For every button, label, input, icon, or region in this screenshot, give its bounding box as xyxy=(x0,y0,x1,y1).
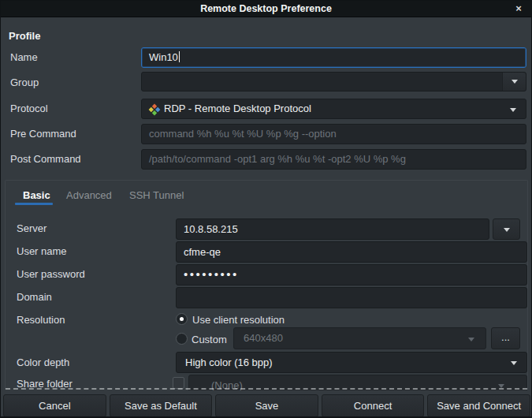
custom-resolution-radio[interactable] xyxy=(176,333,188,345)
pre-command-label: Pre Command xyxy=(10,128,76,140)
user-name-label: User name xyxy=(17,245,67,258)
connect-button[interactable]: Connect xyxy=(322,394,425,417)
window-title: Remote Desktop Preference xyxy=(1,3,531,14)
text-caret xyxy=(179,51,180,62)
cancel-button[interactable]: Cancel xyxy=(3,394,106,417)
chevron-down-icon xyxy=(468,338,474,341)
chevron-down-icon xyxy=(512,80,518,84)
user-name-value: cfme-qe xyxy=(184,246,221,258)
tab-advanced[interactable]: Advanced xyxy=(66,189,112,202)
group-label: Group xyxy=(10,77,39,89)
post-command-placeholder: /path/to/command -opt1 arg %h %u %t -opt… xyxy=(149,153,406,165)
tab-basic[interactable]: Basic xyxy=(23,189,50,202)
server-input[interactable]: 10.8.58.215 xyxy=(176,218,489,240)
resolution-more-button[interactable]: ... xyxy=(491,327,520,349)
server-dropdown-button[interactable] xyxy=(493,218,520,240)
pre-command-input[interactable]: command %h %u %t %U %p %g --option xyxy=(141,124,526,144)
resolution-label: Resolution xyxy=(17,314,65,327)
share-folder-checkbox[interactable] xyxy=(173,377,184,389)
domain-input[interactable] xyxy=(176,287,527,308)
dialog-action-bar: Cancel Save as Default Save Connect Save… xyxy=(3,394,530,417)
name-input[interactable]: Win10 xyxy=(141,47,526,68)
titlebar[interactable]: Remote Desktop Preference × xyxy=(1,1,531,17)
user-name-input[interactable]: cfme-qe xyxy=(176,241,527,263)
group-dropdown-button[interactable] xyxy=(502,73,526,91)
custom-resolution-combobox[interactable]: 640x480 xyxy=(233,327,486,349)
post-command-label: Post Command xyxy=(10,153,81,166)
server-value: 10.8.58.215 xyxy=(184,223,238,235)
ellipsis-icon: ... xyxy=(501,331,510,343)
chevron-down-icon xyxy=(510,108,516,112)
chevron-down-icon xyxy=(511,361,517,365)
save-as-default-button[interactable]: Save as Default xyxy=(110,394,213,417)
custom-resolution-label: Custom xyxy=(192,334,227,346)
name-label: Name xyxy=(10,51,38,64)
tab-ssh-tunnel[interactable]: SSH Tunnel xyxy=(129,189,184,202)
chevron-down-icon xyxy=(504,228,510,232)
group-combobox[interactable] xyxy=(141,72,526,91)
color-depth-dropdown[interactable]: High color (16 bpp) xyxy=(176,352,527,373)
scroll-undershoot-indicator xyxy=(6,388,527,390)
radio-dot-icon xyxy=(180,317,184,321)
protocol-value: RDP - Remote Desktop Protocol xyxy=(164,103,311,114)
protocol-dropdown[interactable]: RDP - Remote Desktop Protocol xyxy=(141,99,526,119)
close-icon[interactable]: × xyxy=(512,2,525,15)
save-button[interactable]: Save xyxy=(215,394,318,417)
protocol-label: Protocol xyxy=(10,103,48,115)
user-password-label: User password xyxy=(17,268,85,281)
name-value: Win10 xyxy=(149,51,178,63)
use-client-resolution-label: Use client resolution xyxy=(192,314,285,327)
save-and-connect-button[interactable]: Save and Connect xyxy=(427,394,530,417)
user-password-value: ••••••••• xyxy=(184,267,239,281)
post-command-input[interactable]: /path/to/command -opt1 arg %h %u %t -opt… xyxy=(141,149,526,170)
remote-desktop-preference-dialog: Remote Desktop Preference × Profile Name… xyxy=(0,0,532,418)
profile-section-title: Profile xyxy=(9,30,40,42)
server-label: Server xyxy=(17,222,47,235)
user-password-input[interactable]: ••••••••• xyxy=(176,264,527,286)
domain-label: Domain xyxy=(17,291,52,304)
color-depth-value: High color (16 bpp) xyxy=(185,356,273,368)
pre-command-placeholder: command %h %u %t %U %p %g --option xyxy=(149,128,337,140)
use-client-resolution-radio[interactable] xyxy=(176,313,188,325)
rdp-protocol-icon xyxy=(148,103,161,116)
custom-resolution-value: 640x480 xyxy=(244,332,283,344)
color-depth-label: Color depth xyxy=(17,356,69,369)
active-tab-indicator xyxy=(15,203,53,205)
